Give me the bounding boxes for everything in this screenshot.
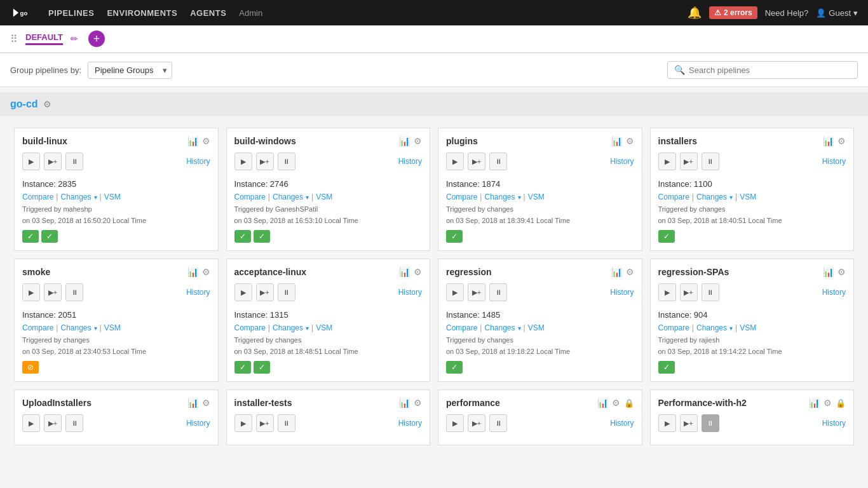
group-settings-icon[interactable]: ⚙ [43, 99, 51, 109]
changes-link[interactable]: Changes [484, 323, 515, 332]
guest-button[interactable]: 👤 Guest ▾ [816, 8, 858, 18]
analytics-icon[interactable]: 📊 [187, 136, 198, 146]
go-logo[interactable]: go [10, 6, 33, 19]
changes-link[interactable]: Changes [60, 193, 91, 201]
pause-button[interactable]: ⏸ [702, 283, 719, 301]
analytics-icon[interactable]: 📊 [823, 267, 834, 277]
settings-icon[interactable]: ⚙ [414, 267, 422, 277]
trigger-button[interactable]: ▶ [234, 283, 252, 301]
changes-link[interactable]: Changes [484, 193, 515, 201]
pause-button[interactable]: ⏸ [65, 414, 83, 432]
trigger-with-options-button[interactable]: ▶+ [44, 152, 62, 170]
changes-link[interactable]: Changes [273, 193, 303, 201]
changes-link[interactable]: Changes [696, 323, 727, 332]
compare-link[interactable]: Compare [22, 323, 53, 332]
tab-drag-handle[interactable]: ⠿ [10, 33, 18, 45]
tab-edit-icon[interactable]: ✏ [71, 34, 78, 44]
vsm-link[interactable]: VSM [316, 193, 332, 201]
compare-link[interactable]: Compare [658, 193, 689, 201]
vsm-link[interactable]: VSM [528, 193, 545, 201]
changes-dropdown-icon[interactable]: ▾ [306, 194, 309, 201]
history-link[interactable]: History [398, 419, 422, 428]
trigger-button[interactable]: ▶ [22, 152, 40, 170]
history-link[interactable]: History [186, 288, 210, 297]
vsm-link[interactable]: VSM [740, 193, 756, 201]
vsm-link[interactable]: VSM [740, 323, 756, 332]
pause-button[interactable]: ⏸ [278, 152, 295, 170]
trigger-button[interactable]: ▶ [658, 283, 676, 301]
changes-dropdown-icon[interactable]: ▾ [306, 325, 309, 332]
analytics-icon[interactable]: 📊 [809, 398, 820, 408]
trigger-with-options-button[interactable]: ▶+ [680, 152, 698, 170]
add-tab-button[interactable]: + [88, 30, 105, 47]
compare-link[interactable]: Compare [658, 323, 689, 332]
group-title[interactable]: go-cd [10, 98, 38, 110]
trigger-with-options-button[interactable]: ▶+ [44, 283, 62, 301]
analytics-icon[interactable]: 📊 [399, 136, 410, 146]
history-link[interactable]: History [822, 157, 846, 166]
changes-dropdown-icon[interactable]: ▾ [729, 325, 733, 332]
notification-bell-icon[interactable]: 🔔 [688, 6, 702, 20]
settings-icon[interactable]: ⚙ [824, 398, 832, 408]
pause-button[interactable]: ⏸ [489, 283, 507, 301]
settings-icon[interactable]: ⚙ [202, 398, 210, 408]
pause-button[interactable]: ⏸ [65, 152, 83, 170]
changes-dropdown-icon[interactable]: ▾ [94, 194, 97, 201]
history-link[interactable]: History [398, 288, 422, 297]
nav-environments[interactable]: ENVIRONMENTS [107, 8, 177, 18]
trigger-with-options-button[interactable]: ▶+ [44, 414, 62, 432]
changes-dropdown-icon[interactable]: ▾ [94, 325, 97, 332]
need-help-link[interactable]: Need Help? [765, 8, 809, 18]
trigger-button[interactable]: ▶ [234, 152, 252, 170]
trigger-button[interactable]: ▶ [22, 414, 40, 432]
trigger-with-options-button[interactable]: ▶+ [468, 152, 485, 170]
vsm-link[interactable]: VSM [104, 193, 121, 201]
analytics-icon[interactable]: 📊 [611, 136, 622, 146]
settings-icon[interactable]: ⚙ [202, 136, 210, 146]
settings-icon[interactable]: ⚙ [626, 136, 634, 146]
changes-dropdown-icon[interactable]: ▾ [518, 325, 521, 332]
pause-button[interactable]: ⏸ [278, 414, 295, 432]
pause-button[interactable]: ⏸ [278, 283, 295, 301]
default-tab[interactable]: DEFAULT [25, 32, 63, 45]
compare-link[interactable]: Compare [22, 193, 53, 201]
trigger-button[interactable]: ▶ [234, 414, 252, 432]
history-link[interactable]: History [610, 157, 634, 166]
analytics-icon[interactable]: 📊 [187, 267, 198, 277]
analytics-icon[interactable]: 📊 [399, 267, 410, 277]
compare-link[interactable]: Compare [446, 193, 477, 201]
vsm-link[interactable]: VSM [528, 323, 545, 332]
analytics-icon[interactable]: 📊 [399, 398, 410, 408]
trigger-with-options-button[interactable]: ▶+ [256, 414, 274, 432]
pause-button[interactable]: ⏸ [702, 152, 719, 170]
nav-agents[interactable]: AGENTS [190, 8, 226, 18]
compare-link[interactable]: Compare [446, 323, 477, 332]
changes-dropdown-icon[interactable]: ▾ [729, 194, 733, 201]
history-link[interactable]: History [610, 419, 634, 428]
settings-icon[interactable]: ⚙ [414, 398, 422, 408]
analytics-icon[interactable]: 📊 [823, 136, 834, 146]
history-link[interactable]: History [398, 157, 422, 166]
group-by-select[interactable]: Pipeline Groups [88, 62, 172, 79]
changes-dropdown-icon[interactable]: ▾ [518, 194, 521, 201]
trigger-button[interactable]: ▶ [658, 414, 676, 432]
history-link[interactable]: History [822, 419, 846, 428]
pause-button[interactable]: ⏸ [489, 152, 507, 170]
compare-link[interactable]: Compare [234, 193, 266, 201]
history-link[interactable]: History [610, 288, 634, 297]
trigger-with-options-button[interactable]: ▶+ [468, 414, 485, 432]
pause-button[interactable]: ⏸ [489, 414, 507, 432]
settings-icon[interactable]: ⚙ [612, 398, 620, 408]
settings-icon[interactable]: ⚙ [414, 136, 422, 146]
changes-link[interactable]: Changes [60, 323, 91, 332]
history-link[interactable]: History [186, 419, 210, 428]
history-link[interactable]: History [822, 288, 846, 297]
trigger-button[interactable]: ▶ [22, 283, 40, 301]
analytics-icon[interactable]: 📊 [597, 398, 608, 408]
settings-icon[interactable]: ⚙ [626, 267, 634, 277]
changes-link[interactable]: Changes [273, 323, 303, 332]
trigger-with-options-button[interactable]: ▶+ [680, 414, 698, 432]
nav-pipelines[interactable]: PIPELINES [48, 8, 94, 18]
trigger-with-options-button[interactable]: ▶+ [680, 283, 698, 301]
trigger-with-options-button[interactable]: ▶+ [256, 152, 274, 170]
